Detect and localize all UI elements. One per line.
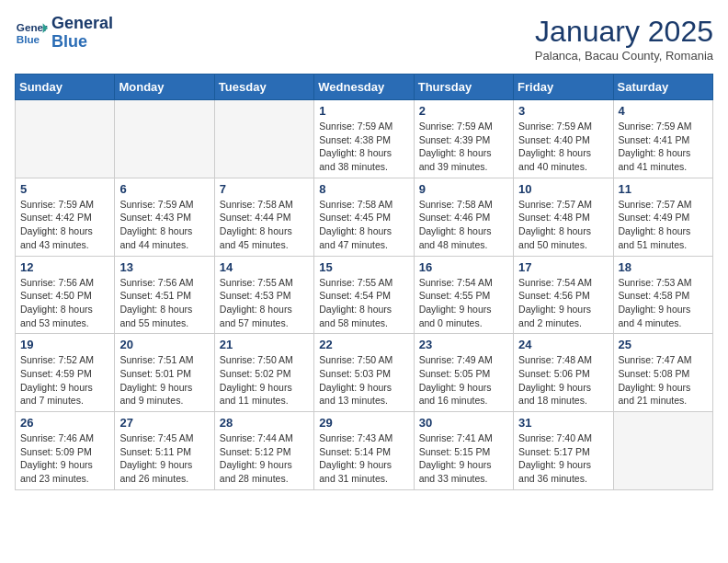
calendar-cell: [115, 100, 214, 178]
day-number: 18: [619, 260, 708, 274]
calendar-cell: 18Sunrise: 7:53 AMSunset: 4:58 PMDayligh…: [613, 256, 712, 334]
calendar-cell: 14Sunrise: 7:55 AMSunset: 4:53 PMDayligh…: [214, 256, 313, 334]
calendar-cell: 30Sunrise: 7:41 AMSunset: 5:15 PMDayligh…: [414, 412, 513, 490]
calendar-week-row: 12Sunrise: 7:56 AMSunset: 4:50 PMDayligh…: [16, 256, 713, 334]
calendar-cell: 27Sunrise: 7:45 AMSunset: 5:11 PMDayligh…: [115, 412, 214, 490]
day-info: Sunrise: 7:59 AMSunset: 4:39 PMDaylight:…: [419, 120, 508, 174]
day-info: Sunrise: 7:45 AMSunset: 5:11 PMDaylight:…: [119, 431, 209, 486]
day-number: 29: [319, 416, 408, 430]
day-number: 5: [20, 182, 109, 196]
day-info: Sunrise: 7:55 AMSunset: 4:53 PMDaylight:…: [220, 276, 309, 330]
calendar-cell: 16Sunrise: 7:54 AMSunset: 4:55 PMDayligh…: [414, 256, 513, 334]
day-number: 16: [419, 260, 508, 274]
calendar-cell: 7Sunrise: 7:58 AMSunset: 4:44 PMDaylight…: [214, 178, 313, 256]
day-info: Sunrise: 7:59 AMSunset: 4:41 PMDaylight:…: [619, 120, 708, 174]
calendar-cell: 17Sunrise: 7:54 AMSunset: 4:56 PMDayligh…: [514, 256, 613, 334]
calendar-cell: 13Sunrise: 7:56 AMSunset: 4:51 PMDayligh…: [115, 256, 214, 334]
day-info: Sunrise: 7:57 AMSunset: 4:48 PMDaylight:…: [518, 198, 608, 252]
weekday-header: Sunday: [16, 75, 115, 100]
calendar-cell: 19Sunrise: 7:52 AMSunset: 4:59 PMDayligh…: [16, 334, 115, 412]
day-number: 27: [119, 416, 209, 430]
calendar-cell: 25Sunrise: 7:47 AMSunset: 5:08 PMDayligh…: [613, 334, 712, 412]
day-info: Sunrise: 7:58 AMSunset: 4:46 PMDaylight:…: [419, 198, 508, 252]
day-info: Sunrise: 7:58 AMSunset: 4:45 PMDaylight:…: [319, 198, 408, 252]
day-number: 30: [419, 416, 508, 430]
calendar-cell: 20Sunrise: 7:51 AMSunset: 5:01 PMDayligh…: [115, 334, 214, 412]
weekday-header: Thursday: [414, 75, 513, 100]
calendar-table: SundayMondayTuesdayWednesdayThursdayFrid…: [15, 74, 713, 490]
day-info: Sunrise: 7:47 AMSunset: 5:08 PMDaylight:…: [619, 353, 708, 408]
day-info: Sunrise: 7:59 AMSunset: 4:43 PMDaylight:…: [119, 198, 209, 252]
calendar-cell: 22Sunrise: 7:50 AMSunset: 5:03 PMDayligh…: [314, 334, 414, 412]
day-info: Sunrise: 7:49 AMSunset: 5:05 PMDaylight:…: [419, 353, 508, 408]
month-title: January 2025: [535, 15, 713, 49]
day-number: 25: [619, 338, 708, 351]
day-info: Sunrise: 7:58 AMSunset: 4:44 PMDaylight:…: [220, 198, 309, 252]
calendar-cell: 10Sunrise: 7:57 AMSunset: 4:48 PMDayligh…: [514, 178, 613, 256]
calendar-cell: 15Sunrise: 7:55 AMSunset: 4:54 PMDayligh…: [314, 256, 414, 334]
day-number: 6: [119, 182, 209, 196]
day-number: 1: [319, 104, 408, 118]
calendar-cell: 3Sunrise: 7:59 AMSunset: 4:40 PMDaylight…: [514, 100, 613, 178]
calendar-cell: 2Sunrise: 7:59 AMSunset: 4:39 PMDaylight…: [414, 100, 513, 178]
title-block: January 2025 Palanca, Bacau County, Roma…: [535, 15, 713, 63]
calendar-cell: 26Sunrise: 7:46 AMSunset: 5:09 PMDayligh…: [16, 412, 115, 490]
calendar-cell: 5Sunrise: 7:59 AMSunset: 4:42 PMDaylight…: [16, 178, 115, 256]
calendar-cell: 24Sunrise: 7:48 AMSunset: 5:06 PMDayligh…: [514, 334, 613, 412]
calendar-cell: 21Sunrise: 7:50 AMSunset: 5:02 PMDayligh…: [214, 334, 313, 412]
day-number: 8: [319, 182, 408, 196]
weekday-header: Monday: [115, 75, 214, 100]
day-number: 22: [319, 338, 408, 351]
weekday-header: Wednesday: [314, 75, 414, 100]
day-info: Sunrise: 7:59 AMSunset: 4:42 PMDaylight:…: [20, 198, 109, 252]
day-number: 19: [20, 338, 109, 351]
day-info: Sunrise: 7:44 AMSunset: 5:12 PMDaylight:…: [220, 431, 309, 486]
day-info: Sunrise: 7:41 AMSunset: 5:15 PMDaylight:…: [419, 431, 508, 486]
calendar-cell: 9Sunrise: 7:58 AMSunset: 4:46 PMDaylight…: [414, 178, 513, 256]
day-number: 28: [220, 416, 309, 430]
day-info: Sunrise: 7:55 AMSunset: 4:54 PMDaylight:…: [319, 276, 408, 330]
day-number: 12: [20, 260, 109, 274]
logo-icon: General Blue: [15, 17, 48, 50]
day-info: Sunrise: 7:57 AMSunset: 4:49 PMDaylight:…: [619, 198, 708, 252]
day-number: 11: [619, 182, 708, 196]
day-number: 17: [518, 260, 608, 274]
day-info: Sunrise: 7:56 AMSunset: 4:50 PMDaylight:…: [20, 276, 109, 330]
day-number: 4: [619, 104, 708, 118]
calendar-cell: 23Sunrise: 7:49 AMSunset: 5:05 PMDayligh…: [414, 334, 513, 412]
calendar-cell: 11Sunrise: 7:57 AMSunset: 4:49 PMDayligh…: [613, 178, 712, 256]
day-number: 10: [518, 182, 608, 196]
day-info: Sunrise: 7:51 AMSunset: 5:01 PMDaylight:…: [119, 353, 209, 408]
calendar-week-row: 5Sunrise: 7:59 AMSunset: 4:42 PMDaylight…: [16, 178, 713, 256]
day-info: Sunrise: 7:43 AMSunset: 5:14 PMDaylight:…: [319, 431, 408, 486]
calendar-cell: 6Sunrise: 7:59 AMSunset: 4:43 PMDaylight…: [115, 178, 214, 256]
day-info: Sunrise: 7:50 AMSunset: 5:02 PMDaylight:…: [220, 353, 309, 408]
day-number: 2: [419, 104, 508, 118]
calendar-cell: [16, 100, 115, 178]
day-info: Sunrise: 7:46 AMSunset: 5:09 PMDaylight:…: [20, 431, 109, 486]
day-number: 14: [220, 260, 309, 274]
day-number: 31: [518, 416, 608, 430]
calendar-week-row: 19Sunrise: 7:52 AMSunset: 4:59 PMDayligh…: [16, 334, 713, 412]
calendar-cell: [613, 412, 712, 490]
weekday-header-row: SundayMondayTuesdayWednesdayThursdayFrid…: [16, 75, 713, 100]
day-number: 15: [319, 260, 408, 274]
day-info: Sunrise: 7:40 AMSunset: 5:17 PMDaylight:…: [518, 431, 608, 486]
day-number: 26: [20, 416, 109, 430]
day-number: 20: [119, 338, 209, 351]
location-subtitle: Palanca, Bacau County, Romania: [535, 49, 713, 63]
weekday-header: Saturday: [613, 75, 712, 100]
calendar-cell: 28Sunrise: 7:44 AMSunset: 5:12 PMDayligh…: [214, 412, 313, 490]
day-number: 3: [518, 104, 608, 118]
day-number: 24: [518, 338, 608, 351]
day-info: Sunrise: 7:54 AMSunset: 4:55 PMDaylight:…: [419, 276, 508, 330]
calendar-cell: 29Sunrise: 7:43 AMSunset: 5:14 PMDayligh…: [314, 412, 414, 490]
logo-text: General Blue: [51, 15, 113, 52]
calendar-cell: 4Sunrise: 7:59 AMSunset: 4:41 PMDaylight…: [613, 100, 712, 178]
day-info: Sunrise: 7:50 AMSunset: 5:03 PMDaylight:…: [319, 353, 408, 408]
day-info: Sunrise: 7:56 AMSunset: 4:51 PMDaylight:…: [119, 276, 209, 330]
calendar-cell: 1Sunrise: 7:59 AMSunset: 4:38 PMDaylight…: [314, 100, 414, 178]
calendar-cell: [214, 100, 313, 178]
calendar-cell: 12Sunrise: 7:56 AMSunset: 4:50 PMDayligh…: [16, 256, 115, 334]
calendar-cell: 31Sunrise: 7:40 AMSunset: 5:17 PMDayligh…: [514, 412, 613, 490]
